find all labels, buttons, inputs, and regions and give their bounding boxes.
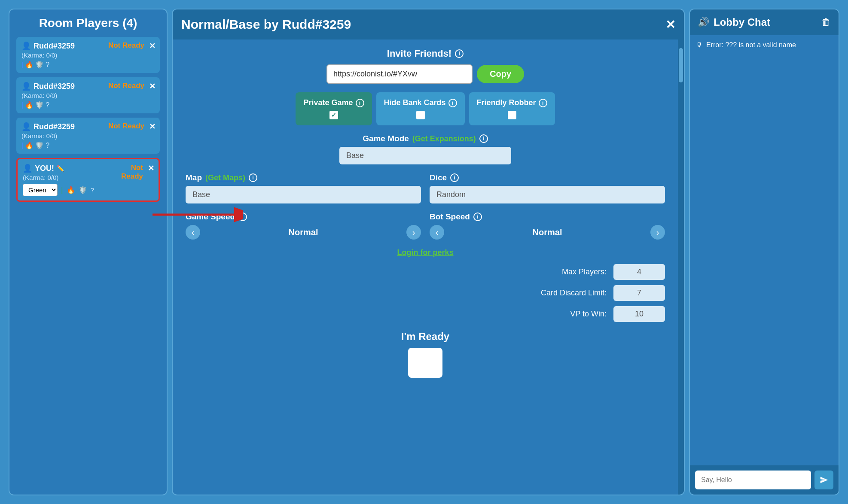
shield-icon-you: 🛡️ [79,186,87,194]
game-mode-input[interactable] [339,147,511,164]
vp-to-win-label: VP to Win: [570,310,607,319]
card-discard-label: Card Discard Limit: [541,288,607,298]
map-dice-row: Map (Get Maps) i Dice i [186,173,665,203]
map-section-label: Map (Get Maps) i [186,173,421,182]
bot-speed-section: Bot Speed i ‹ Normal › [430,212,665,240]
close-player-2[interactable]: ✕ [149,82,156,91]
chat-input-row [690,465,839,495]
question-icon-you: ? [91,186,94,194]
color-dropdown[interactable]: Green Red Blue Yellow [23,184,58,196]
invite-url-input[interactable] [326,64,473,84]
friendly-robber-checkbox[interactable] [508,111,516,119]
shield-icon-2: 🛡️ [35,101,44,109]
hide-bank-checkbox[interactable] [416,111,425,119]
hide-bank-cards-option[interactable]: Hide Bank Cards i [376,92,465,125]
question-icon-2: ? [46,101,49,109]
friendly-robber-info-icon[interactable]: i [539,99,547,107]
not-ready-3: Not Ready [108,122,144,131]
player-icons-2: | 🔥 🛡️ ? [21,101,155,109]
chat-input[interactable] [695,471,811,489]
game-speed-info-icon[interactable]: i [238,213,247,221]
flame-icon-1: 🔥 [25,61,34,69]
map-info-icon[interactable]: i [249,173,257,182]
copy-button[interactable]: Copy [477,65,524,83]
private-game-label: Private Game i [303,98,364,107]
right-panel: 🔊 Lobby Chat 🗑 🎙 Error: ??? is not a val… [689,9,839,495]
friendly-robber-option[interactable]: Friendly Robber i [469,92,555,125]
game-speed-control: ‹ Normal › [186,225,421,240]
game-mode-row: Game Mode (Get Expansions) i [186,134,665,164]
lobby-chat-header: 🔊 Lobby Chat 🗑 [690,9,839,35]
center-title: Normal/Base by Rudd#3259 [181,17,351,32]
options-row: Private Game i Hide Bank Cards i [186,92,665,125]
vp-to-win-row: VP to Win: [186,306,665,322]
map-section: Map (Get Maps) i [186,173,421,203]
color-bar-icon: | [61,185,63,194]
question-icon-1: ? [46,61,49,69]
game-mode-info-icon[interactable]: i [479,134,488,143]
hide-bank-label: Hide Bank Cards i [384,98,457,107]
bar-icon-2: | [21,101,23,109]
ready-button[interactable] [408,348,442,378]
close-player-3[interactable]: ✕ [149,122,156,131]
close-player-you[interactable]: ✕ [148,164,154,173]
bot-speed-label: Bot Speed i [430,212,665,222]
dice-section-label: Dice i [430,173,665,182]
private-game-info-icon[interactable]: i [356,99,364,107]
player-card-2: 👤 Rudd#3259 (Karma: 0/0) | 🔥 🛡️ ? Not Re… [16,77,160,113]
send-button[interactable] [814,471,833,489]
bar-icon-1: | [21,61,23,69]
close-center-btn[interactable]: ✕ [665,18,675,32]
vp-to-win-input[interactable] [613,306,665,322]
get-maps-link[interactable]: (Get Maps) [205,173,245,182]
dice-input[interactable] [430,186,665,203]
hide-bank-info-icon[interactable]: i [448,99,457,107]
person-icon-2: 👤 [21,82,31,91]
invite-title: Invite Friends! i [186,48,665,59]
bot-speed-increase-btn[interactable]: › [650,225,665,240]
shield-icon-3: 🛡️ [35,141,44,149]
card-discard-input[interactable] [613,285,665,301]
player-icons-3: | 🔥 🛡️ ? [21,141,155,149]
not-ready-2: Not Ready [108,82,144,90]
game-speed-section: Game Speed i ‹ Normal › [186,212,421,240]
game-speed-decrease-btn[interactable]: ‹ [186,225,200,240]
chat-content: 🎙 Error: ??? is not a valid name [690,35,839,465]
player-karma-2: (Karma: 0/0) [21,92,155,99]
ready-title: I'm Ready [186,331,665,343]
ready-section: I'm Ready [186,331,665,378]
color-selector: Green Red Blue Yellow | 🔥 🛡️ ? [23,184,153,196]
flame-icon-2: 🔥 [25,101,34,109]
shield-icon-1: 🛡️ [35,61,44,69]
get-expansions-link[interactable]: (Get Expansions) [412,134,476,143]
mic-icon: 🎙 [696,41,703,49]
room-players-title: Room Players (4) [16,16,160,30]
scrollbar[interactable] [678,39,684,495]
flame-icon-you: 🔥 [67,186,75,194]
bot-speed-decrease-btn[interactable]: ‹ [430,225,444,240]
max-players-label: Max Players: [562,267,607,276]
invite-info-icon[interactable]: i [455,49,464,58]
game-speed-increase-btn[interactable]: › [406,225,421,240]
question-icon-3: ? [46,142,49,149]
login-for-perks-link[interactable]: Login for perks [397,248,453,257]
not-ready-you: Not Ready [121,164,143,181]
bot-speed-value: Normal [448,228,646,237]
edit-icon-you[interactable]: ✏️ [57,165,64,172]
bot-speed-control: ‹ Normal › [430,225,665,240]
private-game-checkbox[interactable] [329,111,338,119]
dice-section: Dice i [430,173,665,203]
dice-info-icon[interactable]: i [450,173,459,182]
game-mode-section-label: Game Mode (Get Expansions) i [186,134,665,143]
close-player-1[interactable]: ✕ [149,41,156,51]
flame-icon-3: 🔥 [25,141,34,149]
not-ready-1: Not Ready [108,41,144,50]
bot-speed-info-icon[interactable]: i [473,213,482,221]
private-game-option[interactable]: Private Game i [296,92,372,125]
scroll-thumb[interactable] [679,48,683,82]
trash-icon[interactable]: 🗑 [821,17,831,28]
max-players-input[interactable] [613,264,665,280]
map-input[interactable] [186,186,421,203]
send-icon [820,476,828,484]
login-link-section: Login for perks [186,248,665,257]
